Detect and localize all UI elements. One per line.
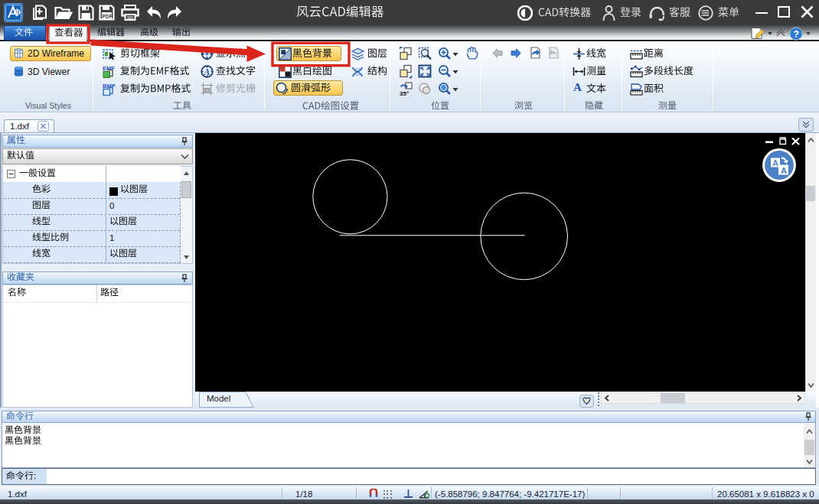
svg-text:A: A: [781, 166, 787, 175]
svg-text:A: A: [772, 158, 778, 167]
svg-text:BMP: BMP: [103, 83, 116, 89]
svg-text:?: ?: [794, 29, 799, 40]
svg-text:PDF: PDF: [103, 14, 113, 19]
svg-text:A: A: [204, 67, 210, 76]
svg-text:EMF: EMF: [103, 65, 115, 72]
svg-text:35°: 35°: [400, 90, 409, 97]
